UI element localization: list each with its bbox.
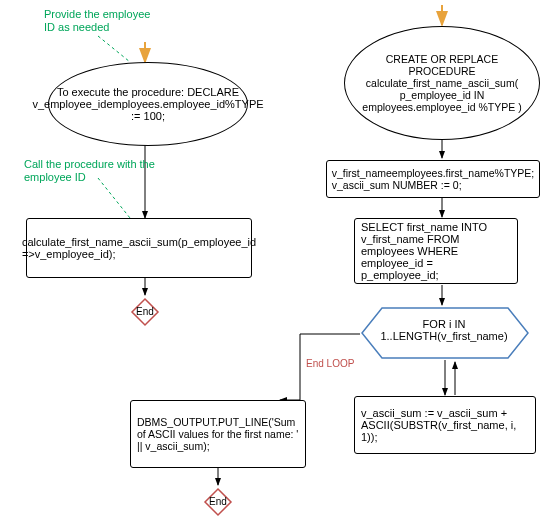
svg-line-5 (98, 36, 130, 62)
end-loop-label: End LOOP (306, 358, 354, 369)
vars-node: v_first_nameemployees.first_name%TYPE; v… (326, 160, 540, 198)
declare-text: To execute the procedure: DECLARE v_empl… (32, 86, 263, 122)
loop-body-node: v_ascii_sum := v_ascii_sum + ASCII(SUBST… (354, 396, 536, 454)
output-text: DBMS_OUTPUT.PUT_LINE('Sum of ASCII value… (137, 416, 299, 452)
annotation-call-procedure: Call the procedure with the employee ID (24, 158, 174, 184)
procedure-text: CREATE OR REPLACE PROCEDURE calculate_fi… (351, 53, 533, 113)
vars-text: v_first_nameemployees.first_name%TYPE; v… (332, 167, 535, 191)
right-end-label: End (203, 496, 233, 507)
output-node: DBMS_OUTPUT.PUT_LINE('Sum of ASCII value… (130, 400, 306, 468)
procedure-node: CREATE OR REPLACE PROCEDURE calculate_fi… (344, 26, 540, 140)
select-node: SELECT first_name INTO v_first_name FROM… (354, 218, 518, 284)
call-node: calculate_first_name_ascii_sum(p_employe… (26, 218, 252, 278)
call-text: calculate_first_name_ascii_sum(p_employe… (22, 236, 256, 260)
loop-body-text: v_ascii_sum := v_ascii_sum + ASCII(SUBST… (361, 407, 529, 443)
loop-text: FOR i IN 1..LENGTH(v_first_name) (374, 318, 514, 342)
left-end-label: End (130, 306, 160, 317)
select-text: SELECT first_name INTO v_first_name FROM… (361, 221, 511, 281)
annotation-provide-id: Provide the employee ID as needed (44, 8, 164, 34)
declare-node: To execute the procedure: DECLARE v_empl… (48, 62, 248, 146)
